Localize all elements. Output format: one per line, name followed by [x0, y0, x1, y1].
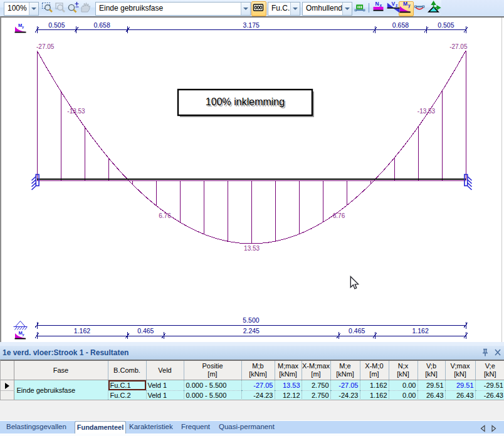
svg-text:5.500: 5.500 — [243, 316, 259, 324]
svg-text:0.505: 0.505 — [48, 21, 65, 29]
svg-text:0.658: 0.658 — [93, 21, 110, 29]
svg-text:M: M — [403, 1, 407, 7]
svg-text:0.465: 0.465 — [349, 327, 365, 335]
svg-text:z: z — [396, 3, 398, 8]
svg-text:1.162: 1.162 — [74, 327, 90, 335]
svg-text:0.658: 0.658 — [392, 21, 409, 29]
svg-text:6.76: 6.76 — [159, 212, 171, 219]
svg-text:3.175: 3.175 — [243, 21, 260, 29]
svg-text:13.53: 13.53 — [244, 245, 260, 252]
svg-text:100% inklemming: 100% inklemming — [206, 96, 285, 107]
svg-text:1.162: 1.162 — [412, 327, 428, 335]
svg-text:-27.05: -27.05 — [36, 43, 55, 50]
svg-text:V: V — [392, 1, 396, 7]
svg-text:y: y — [22, 25, 24, 29]
svg-text:6.76: 6.76 — [333, 212, 345, 219]
svg-text:0.505: 0.505 — [438, 21, 454, 29]
svg-text:2.245: 2.245 — [243, 327, 260, 335]
svg-text:0.465: 0.465 — [137, 327, 154, 335]
svg-text:y: y — [23, 333, 25, 336]
svg-text:N: N — [375, 1, 379, 7]
svg-text:-13.53: -13.53 — [417, 108, 436, 115]
svg-text:-27.05: -27.05 — [449, 43, 468, 50]
svg-text:y: y — [408, 3, 411, 8]
svg-text:-13.53: -13.53 — [67, 108, 85, 115]
